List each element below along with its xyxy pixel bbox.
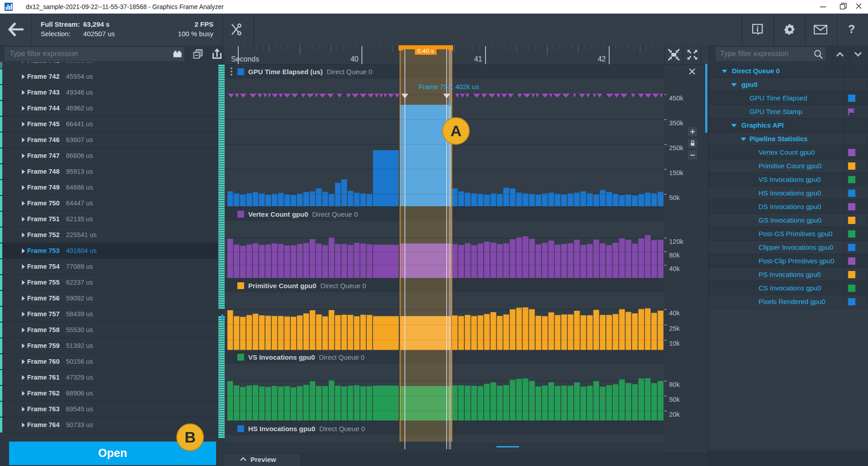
- svg-text:40k: 40k: [669, 265, 680, 272]
- svg-text:25k: 25k: [669, 325, 680, 332]
- svg-text:40k: 40k: [669, 309, 680, 317]
- svg-text:40: 40: [350, 55, 359, 63]
- svg-text:120k: 120k: [669, 238, 684, 245]
- svg-text:20k: 20k: [669, 411, 680, 418]
- svg-text:450k: 450k: [669, 95, 684, 102]
- svg-text:Frame 753: 402k us: Frame 753: 402k us: [419, 83, 479, 90]
- svg-text:350k: 350k: [669, 119, 684, 127]
- svg-text:GPU Time Elapsed (us)Direct Qu: GPU Time Elapsed (us)Direct Queue 0: [248, 68, 373, 76]
- svg-text:Primitive Count gpu0Direct Que: Primitive Count gpu0Direct Queue 0: [248, 282, 366, 290]
- svg-text:10k: 10k: [669, 340, 680, 347]
- svg-text:80k: 80k: [669, 252, 680, 259]
- svg-text:HS Invocations gpu0Direct Queu: HS Invocations gpu0Direct Queue 0: [248, 425, 365, 433]
- svg-text:41: 41: [474, 55, 482, 63]
- svg-text:Vertex Count gpu0Direct Queue: Vertex Count gpu0Direct Queue 0: [248, 210, 358, 218]
- svg-text:150k: 150k: [669, 169, 684, 176]
- svg-text:80k: 80k: [669, 381, 680, 388]
- svg-text:50k: 50k: [669, 194, 680, 201]
- svg-text:250k: 250k: [669, 144, 684, 152]
- svg-text:Seconds: Seconds: [231, 55, 259, 63]
- svg-text:42: 42: [598, 55, 606, 63]
- svg-text:VS Invocations gpu0Direct Queu: VS Invocations gpu0Direct Queue 0: [248, 353, 364, 361]
- svg-text:0.40 s: 0.40 s: [417, 48, 434, 54]
- svg-text:50k: 50k: [669, 396, 680, 403]
